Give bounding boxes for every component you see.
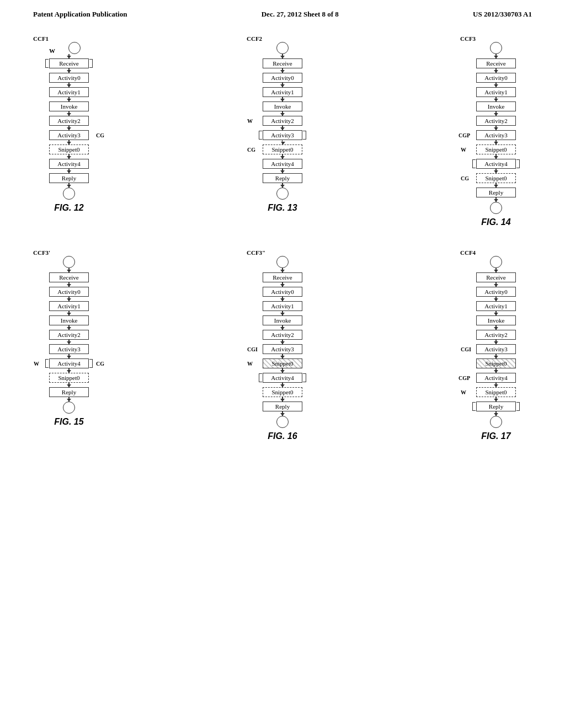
- reply-box-14: Reply: [476, 188, 516, 197]
- arrow-16-8: [282, 383, 283, 387]
- ccf3prime-label: CCF3': [33, 249, 50, 256]
- activity3-box-12: Activity3: [49, 130, 89, 140]
- arrow-17-2: [495, 297, 497, 301]
- w-label-12: W: [49, 47, 55, 54]
- snippet0-wrapper-13: CG Snippet0: [263, 144, 302, 154]
- snippet0b-wrapper-17: W Snippet0: [476, 387, 516, 397]
- fig15-flow: Receive Activity0 Activity1 Invoke Activ…: [49, 256, 89, 427]
- snippet0b-box-17: Snippet0: [476, 387, 516, 397]
- activity4-box-14: Activity4: [476, 159, 516, 169]
- end-circle-16: [276, 416, 289, 428]
- invoke-box-14: Invoke: [476, 101, 516, 111]
- figure-15: CCF3' Receive Activity0 Activity1 Invoke…: [33, 249, 105, 427]
- w-label-14: W: [461, 147, 466, 153]
- cgp-label-17: CGP: [459, 375, 470, 381]
- activity2-box-12: Activity2: [49, 116, 89, 126]
- arrow-14-3: [495, 97, 497, 101]
- w-label-16: W: [247, 361, 253, 367]
- reply-box-13: Reply: [263, 173, 302, 183]
- activity3-box-16: Activity3: [263, 344, 302, 354]
- activity1-box-14: Activity1: [476, 87, 516, 97]
- activity4-box-12: Activity4: [49, 159, 89, 169]
- arrow-17-7: [495, 368, 497, 373]
- snippet0b-box-16: Snippet0: [263, 387, 302, 397]
- arrow-14-2: [495, 83, 497, 87]
- activity3-wrapper-13: Activity3: [263, 130, 302, 140]
- arrow-14-5: [495, 126, 497, 130]
- arrow-16-3: [282, 311, 283, 315]
- w-label-15: W: [34, 361, 39, 367]
- arrow-14-10: [495, 197, 497, 202]
- start-circle-12: [68, 42, 81, 54]
- arrow-17-4: [495, 325, 497, 330]
- snippet0-box-16: Snippet0: [263, 358, 302, 368]
- arrow-17-9: [495, 397, 497, 402]
- arrow-14-8: [495, 169, 497, 173]
- receive-box-16: Receive: [263, 272, 302, 282]
- arrow-15-2: [68, 297, 70, 301]
- arrow-15-5: [68, 340, 70, 344]
- arrow-14-7: [495, 154, 497, 159]
- receive-box-17: Receive: [476, 272, 516, 282]
- end-circle-13: [276, 188, 289, 200]
- cg-label-13: CG: [247, 147, 255, 153]
- ccf1-label: CCF1: [33, 35, 49, 42]
- end-circle-14: [490, 202, 502, 214]
- w-label-13: W: [247, 118, 253, 124]
- arrow-17-1: [495, 282, 497, 287]
- arrow-12-6: [68, 140, 70, 144]
- arrow-16-10: [282, 411, 283, 416]
- fig17-flow: Receive Activity0 Activity1 Invoke Activ…: [476, 256, 516, 441]
- activity0-box-13: Activity0: [263, 73, 302, 83]
- arrow-17-10: [495, 411, 497, 416]
- activity0-box-14: Activity0: [476, 73, 516, 83]
- cgi-label-17: CGI: [461, 346, 471, 352]
- activity4-box-15: Activity4: [49, 358, 89, 368]
- invoke-box-13: Invoke: [263, 101, 302, 111]
- reply-box-12: Reply: [49, 173, 89, 183]
- arrow-13-1: [282, 68, 283, 73]
- arrow-15-3: [68, 311, 70, 315]
- figure-12: CCF1 W Receive Activity0: [33, 35, 105, 213]
- activity3-box-13: Activity3: [263, 130, 302, 140]
- start-circle-17: [490, 256, 502, 268]
- snippet0b-box-14: Snippet0: [476, 173, 516, 183]
- activity3-box-17: Activity3: [476, 344, 516, 354]
- arrow-16-1: [282, 282, 283, 287]
- arrow-12-4: [68, 111, 70, 116]
- figure-13: CCF2 Receive Activity0 Activity1 Invoke …: [247, 35, 318, 213]
- ccf3-label: CCF3: [460, 35, 476, 42]
- ccf4-label: CCF4: [460, 249, 476, 256]
- activity1-box-15: Activity1: [49, 301, 89, 311]
- fig17-label: FIG. 17: [481, 431, 510, 441]
- arrow-17-0: [495, 268, 497, 272]
- arrow-15-6: [68, 354, 70, 358]
- reply-box-17: Reply: [476, 402, 516, 411]
- activity3-wrapper-17: CGI Activity3: [476, 344, 516, 354]
- arrow-15-0: [68, 268, 70, 272]
- fig15-label: FIG. 15: [54, 417, 83, 427]
- header-left: Patent Application Publication: [33, 10, 127, 19]
- arrow-13-5: [282, 126, 283, 130]
- fig14-flow: Receive Activity0 Activity1 Invoke Activ…: [476, 42, 516, 227]
- arrow-17-8: [495, 383, 497, 387]
- arrow-13-3: [282, 97, 283, 101]
- activity3-wrapper-14: CGP Activity3: [476, 130, 516, 140]
- top-figures-row: CCF1 W Receive Activity0: [33, 35, 532, 227]
- fig12-flow: W Receive Activity0 Activity1 Invoke: [49, 42, 89, 213]
- activity1-box-13: Activity1: [263, 87, 302, 97]
- arrow-13-8: [282, 169, 283, 173]
- arrow-13-0: [282, 54, 283, 58]
- snippet0-wrapper-14: W Snippet0: [476, 144, 516, 154]
- cgp-label-14: CGP: [459, 132, 470, 138]
- activity2-box-16: Activity2: [263, 330, 302, 340]
- reply-box-16: Reply: [263, 402, 302, 411]
- arrow-13-6: [282, 140, 283, 144]
- arrow-12-1: [68, 68, 70, 73]
- snippet0b-wrapper-14: CG Snippet0: [476, 173, 516, 183]
- figure-14: CCF3 Receive Activity0 Activity1 Invoke …: [460, 35, 532, 227]
- end-circle-12: [63, 188, 75, 200]
- arrow-14-1: [495, 68, 497, 73]
- arrow-16-2: [282, 297, 283, 301]
- arrow-15-8: [68, 383, 70, 387]
